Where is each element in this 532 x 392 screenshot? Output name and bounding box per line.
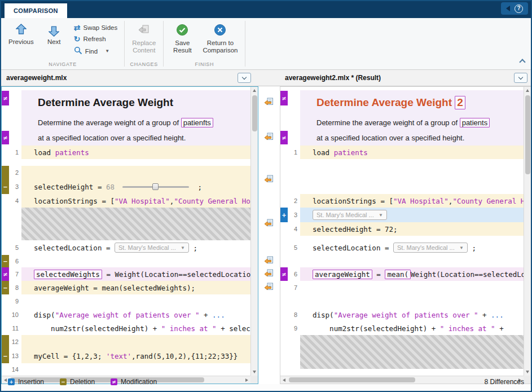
refresh-icon: ↻ — [74, 35, 81, 43]
right-pane: ≠Determine Average Weight 2Determine the… — [280, 86, 531, 384]
swap-sides-button[interactable]: ⇄ Swap Sides — [72, 23, 120, 32]
replace-content-button[interactable]: ReplaceContent — [129, 22, 159, 56]
scroll-right-button[interactable] — [243, 376, 250, 384]
code-line: myCell = {1,2,3; 'text',rand(5,10,2),{11… — [21, 349, 250, 363]
code-segment: disp( — [34, 311, 55, 319]
scroll-up-button[interactable] — [251, 87, 258, 94]
marker-column — [280, 321, 288, 335]
left-pane-menu-button[interactable] — [238, 73, 251, 83]
editor-row: Determine the average weight of a group … — [2, 115, 250, 130]
previous-button[interactable]: Previous — [6, 22, 37, 47]
copy-change-button[interactable] — [264, 175, 274, 184]
code-segment: at a specified location over a specified… — [38, 134, 186, 142]
toolbar-divider — [245, 21, 245, 67]
next-label: Next — [47, 38, 61, 46]
dropdown-control[interactable]: St. Mary's Medical ...▼ — [393, 243, 468, 253]
editor-row: −3selectedHeight = 68 ; — [2, 179, 250, 194]
next-button[interactable]: Next — [40, 22, 68, 47]
marker-column — [280, 308, 288, 321]
merge-arrow-icon — [264, 219, 274, 227]
scroll-down-button[interactable] — [251, 368, 258, 376]
editor-row: ≠6averageWeight = mean(Weight(Location==… — [280, 267, 524, 281]
marker-column — [280, 240, 288, 255]
scroll-up-button[interactable] — [524, 87, 531, 94]
slider-control[interactable] — [122, 182, 189, 191]
code-segment: selectedLocation = — [34, 244, 115, 252]
marker-column: ≠ — [2, 130, 9, 146]
line-number: 9 — [9, 294, 21, 308]
slider-thumb[interactable] — [152, 183, 159, 190]
titlebar: COMPARISON ? — [1, 1, 531, 18]
right-vertical-scrollbar[interactable] — [524, 87, 531, 376]
alignment-filler — [21, 208, 250, 240]
copy-change-button[interactable] — [264, 219, 274, 228]
marker-column — [2, 166, 9, 179]
replace-content-icon — [138, 24, 150, 38]
return-to-comparison-button[interactable]: Return toComparison — [200, 22, 240, 56]
help-group[interactable]: ? — [501, 2, 528, 15]
editor-row: 2locationStrings = ["VA Hospital","Count… — [280, 194, 524, 208]
right-pane-menu-button[interactable] — [514, 73, 527, 83]
copy-change-button[interactable] — [264, 256, 274, 265]
tab-comparison[interactable]: COMPARISON — [5, 3, 67, 18]
scrollbar-thumb[interactable] — [525, 95, 530, 174]
dropdown-control[interactable]: St. Mary's Medical ...▼ — [313, 210, 387, 220]
code-segment: load — [34, 148, 55, 157]
deletion-icon: − — [60, 378, 67, 385]
scrollbar-thumb[interactable] — [252, 95, 257, 131]
line-number — [9, 208, 21, 240]
scroll-left-button[interactable] — [280, 376, 288, 384]
scroll-down-button[interactable] — [524, 368, 531, 376]
editor-row — [2, 208, 250, 240]
arrow-up-icon — [16, 24, 27, 37]
save-result-button[interactable]: SaveResult — [168, 22, 196, 56]
marker-column: − — [2, 281, 9, 294]
copy-change-button[interactable] — [264, 133, 274, 142]
code-segment: + — [200, 311, 213, 319]
dropdown-control[interactable]: St. Mary's Medical ...▼ — [115, 243, 189, 253]
editor-row — [280, 294, 524, 308]
marker-column — [2, 335, 9, 349]
marker-column: − — [2, 349, 9, 363]
line-number: 5 — [288, 240, 300, 255]
chevron-down-icon: ▼ — [181, 245, 185, 250]
editor-row: 14 — [2, 363, 250, 376]
find-button[interactable]: Find ▼ — [72, 46, 120, 56]
line-number — [288, 90, 300, 115]
marker-column: − — [2, 255, 9, 267]
chevron-down-icon — [518, 74, 523, 79]
code-segment: myCell = {1,2,3; — [34, 352, 106, 360]
previous-label: Previous — [8, 38, 34, 46]
refresh-button[interactable]: ↻ Refresh — [72, 34, 120, 43]
chevron-down-icon[interactable]: ▼ — [105, 49, 109, 54]
editor-row: 7 — [280, 281, 524, 294]
line-number: 2 — [288, 194, 300, 208]
line-number: 3 — [288, 208, 300, 222]
line-number: 6 — [9, 255, 21, 267]
group-changes: ReplaceContent CHANGES — [125, 18, 163, 69]
chevron-down-icon — [242, 74, 247, 79]
left-vertical-scrollbar[interactable] — [250, 87, 258, 376]
arrow-down-icon — [49, 24, 59, 37]
titlebar-right: ? — [501, 1, 528, 18]
collapse-toolstrip-icon[interactable] — [519, 59, 525, 65]
text-line: at a specified location over a specified… — [21, 130, 250, 146]
help-icon[interactable]: ? — [515, 5, 523, 13]
marker-column: ≠ — [2, 267, 9, 281]
scrollbar-thumb[interactable] — [289, 377, 415, 382]
modification-icon: ≠ — [111, 378, 117, 385]
line-number: 9 — [288, 321, 300, 335]
diff-marker-del — [2, 335, 9, 349]
copy-change-button[interactable] — [264, 283, 274, 292]
legend-modification: ≠ Modification — [111, 378, 157, 386]
diff-marker-del: − — [2, 281, 9, 294]
editor-row — [280, 255, 524, 267]
chevron-down-icon: ▼ — [379, 213, 383, 218]
line-number: 5 — [9, 240, 21, 255]
line-number: 1 — [9, 146, 21, 159]
copy-change-button[interactable] — [264, 98, 274, 107]
diff-marker-del: − — [2, 179, 9, 194]
code-segment: ; — [468, 244, 476, 252]
code-segment: ... — [212, 311, 225, 319]
copy-change-button[interactable] — [264, 269, 274, 278]
